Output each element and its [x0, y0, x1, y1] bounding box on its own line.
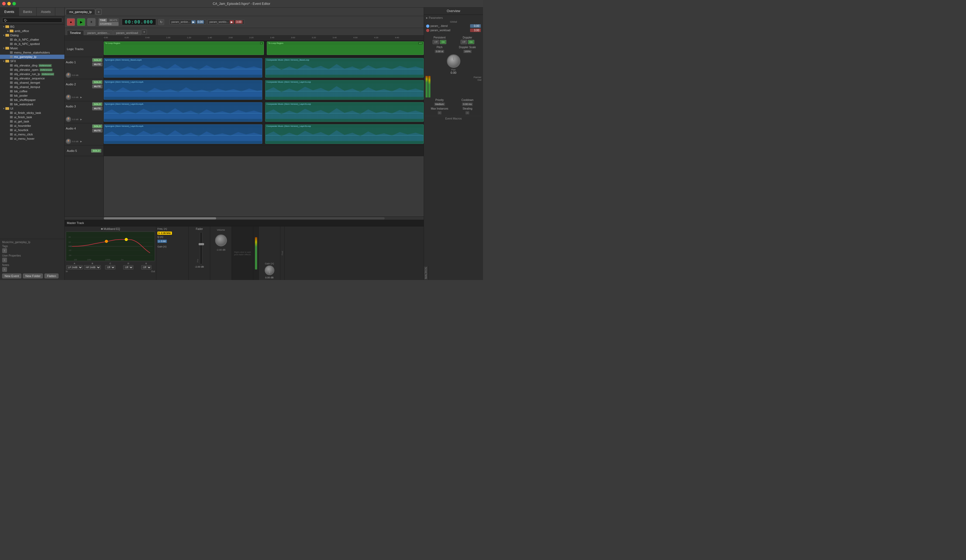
timeline-scrollbar[interactable]	[65, 216, 424, 220]
eq-band-e-select[interactable]: Off	[141, 265, 151, 270]
tree-item-ui-hourtick[interactable]: ▶ ui_hourtick	[0, 128, 64, 132]
tree-item-ui-finish-task[interactable]: ▶ ui_finish_task	[0, 115, 64, 119]
pitch-value[interactable]: 0.00 st	[435, 50, 444, 53]
clip-audio4-right[interactable]: Coorparate Music (Stem Version)_Layer3Lo…	[265, 124, 424, 144]
param-val-workload[interactable]: 3.00	[470, 29, 481, 32]
param-workload-control[interactable]: param_worklo... ▶ 3.00	[207, 20, 245, 25]
tree-arrow-ui[interactable]: ▼	[2, 107, 5, 110]
tl-tab-param-workload[interactable]: param_workload	[113, 30, 141, 35]
loop-button[interactable]: ↻	[158, 19, 164, 25]
mute-button-audio4[interactable]: MUTE	[92, 129, 102, 133]
fader-handle[interactable]	[199, 243, 204, 245]
cooldown-value[interactable]: 0.00 ms	[462, 103, 473, 106]
timeline-ruler[interactable]: 0:00 0:20 0:40 1:00 1:20 1:40 2:00 2:20 …	[104, 36, 424, 41]
persistent-on-btn[interactable]: On	[440, 40, 446, 44]
solo-button-audio4[interactable]: SOLO	[92, 124, 102, 128]
play-button[interactable]: ▶	[77, 18, 85, 26]
tree-item-music[interactable]: ▼ Music	[0, 46, 64, 50]
doppler-scale-value[interactable]: 100%	[463, 50, 472, 53]
tags-icon[interactable]: i	[2, 248, 7, 253]
tree-item-dx-npc-chatter[interactable]: ▶ dx_b_NPC_chatter	[0, 38, 64, 42]
tl-tab-timeline[interactable]: Timeline	[67, 30, 84, 35]
tree-item-tsk-poster[interactable]: ▶ tsk_poster	[0, 93, 64, 98]
new-folder-button[interactable]: New Folder	[23, 273, 43, 278]
tree-item-amb-office[interactable]: ▶ amb_office	[0, 29, 64, 33]
tree-item-ui-hourstrike[interactable]: ▶ ui_hourstrike	[0, 124, 64, 128]
tree-item-mx-gameplay[interactable]: ▶ mx_gameplay_lp	[0, 55, 64, 59]
clip-audio4-left[interactable]: Synergize (Stem Version)_Layer3LoopA	[104, 124, 262, 144]
expand-audio4[interactable]: ▶	[79, 140, 83, 143]
post-fader-area[interactable]: Right-click to add post-fader effects	[232, 226, 253, 280]
eq-band-d-select[interactable]: Off	[123, 265, 133, 270]
tree-arrow-bg[interactable]: ▼	[2, 25, 5, 28]
eq-band-c-select[interactable]: Off	[105, 265, 115, 270]
max-instances-value[interactable]: --	[438, 111, 442, 115]
priority-value[interactable]: Medium	[434, 103, 445, 106]
clip-audio2-left[interactable]: Synergize (Stem Version)_Layer1LoopA	[104, 80, 262, 100]
solo-button-audio1[interactable]: SOLO	[92, 58, 102, 62]
tree-item-obj-elevator-ding[interactable]: ▶ obj_elevator_ding #referenced	[0, 63, 64, 67]
clip-audio1-right[interactable]: Coorparate Music (Stem Version)_BaseLoop	[265, 58, 424, 77]
volume-main-knob[interactable]	[215, 234, 227, 246]
tree-item-tsk-coffee[interactable]: ▶ tsk_coffee	[0, 89, 64, 93]
freq-value-display[interactable]: ▷ 2.35 kHz	[158, 231, 187, 234]
tree-item-tsk-shufflepaper[interactable]: ▶ tsk_shufflepaper	[0, 98, 64, 102]
tree-item-obj-elevator-open[interactable]: ▶ obj_elevator_open #referenced	[0, 67, 64, 72]
mute-button-audio1[interactable]: MUTE	[92, 62, 102, 66]
eq-band-a-select[interactable]: LP 24dB	[66, 265, 83, 270]
clip-audio1-left[interactable]: Synergize (Stem Version)_BaseLoopA	[104, 58, 262, 77]
tree-arrow-dialog[interactable]: ▼	[2, 34, 5, 37]
doppler-off-btn[interactable]: Off	[461, 40, 467, 44]
gain-knob[interactable]	[264, 265, 274, 275]
clip-audio2-right[interactable]: Coorparate Music (Stem Version)_Layer1Lo…	[265, 80, 424, 100]
tree-item-menu-theme[interactable]: ▶ menu_theme_stakeholders	[0, 50, 64, 55]
tree-item-dialog[interactable]: ▼ Dialog	[0, 33, 64, 38]
q-value-display[interactable]: ▷ 0.66	[158, 239, 187, 242]
pause-button[interactable]: ⏸	[87, 18, 95, 26]
tree-item-tsk-waterplant[interactable]: ▶ tsk_waterplant	[0, 102, 64, 106]
maximize-button[interactable]	[12, 2, 16, 5]
persistent-off-btn[interactable]: Off	[433, 40, 439, 44]
tab-banks[interactable]: Banks	[19, 8, 37, 16]
new-event-button[interactable]: New Event	[2, 273, 21, 278]
tree-item-dx-npc-spotted[interactable]: ▶ dx_b_NPC_spotted	[0, 42, 64, 46]
add-event-tab-button[interactable]: +	[96, 9, 102, 15]
tree-item-ui-menu-hover[interactable]: ▶ ui_menu_hover	[0, 136, 64, 141]
tree-item-bg[interactable]: ▼ BG	[0, 25, 64, 29]
tree-item-ui[interactable]: ▼ UI	[0, 106, 64, 111]
search-input[interactable]	[2, 18, 62, 23]
minimize-button[interactable]	[7, 2, 11, 5]
tab-events[interactable]: Events	[0, 8, 19, 16]
event-tab-mx-gameplay[interactable]: mx_gameplay_lp	[66, 9, 95, 15]
loop-region-1[interactable]: To Loop Region 1	[104, 41, 264, 55]
param-ambience-control[interactable]: param_ambie... ▶ 0.00	[169, 20, 206, 25]
solo-button-audio3[interactable]: SOLO	[92, 102, 102, 106]
mute-button-audio3[interactable]: MUTE	[92, 106, 102, 110]
param-val-blend[interactable]: 0.00	[470, 24, 481, 28]
tree-arrow-music[interactable]: ▼	[2, 47, 5, 50]
track-content-grid[interactable]: J =90 4/4 J =110 4/4 To Loop Region 1	[104, 41, 424, 216]
tree-item-obj-shared-get[interactable]: ▶ obj_shared_itemget	[0, 80, 64, 85]
tree-item-ui-get-task[interactable]: ▶ ui_get_task	[0, 119, 64, 124]
mute-button-audio2[interactable]: MUTE	[92, 85, 102, 88]
tree-item-obj-shared-put[interactable]: ▶ obj_shared_itemput	[0, 85, 64, 89]
flatten-button[interactable]: Flatten	[44, 273, 59, 278]
tree-item-ui-menu-click[interactable]: ▶ ui_menu_click	[0, 132, 64, 136]
clip-audio3-left[interactable]: Synergize (Stem Version)_Layer2LoopA	[104, 102, 262, 122]
tree-item-sfx[interactable]: ▼ SFX	[0, 59, 64, 63]
fader-track[interactable]	[200, 232, 202, 264]
tl-tab-param-ambience[interactable]: param_ambien...	[84, 30, 113, 35]
loop-region-2[interactable]: To Loop Region 1/2	[267, 41, 424, 55]
tree-arrow-sfx[interactable]: ▼	[2, 59, 5, 63]
volume-knob-audio1[interactable]	[66, 72, 71, 78]
tree-item-ui-finish-sticky[interactable]: ▶ ui_finish_sticky_task	[0, 111, 64, 115]
eq-band-b-select[interactable]: HP 24dB	[84, 265, 101, 270]
tree-item-obj-elevator-run[interactable]: ▶ obj_elevator_run_lp #referenced	[0, 72, 64, 76]
scroll-thumb[interactable]	[104, 217, 216, 219]
record-button[interactable]: ●	[67, 18, 75, 26]
user-props-icon[interactable]: i	[2, 258, 7, 262]
tab-assets[interactable]: Assets	[37, 8, 55, 16]
close-button[interactable]	[2, 2, 6, 5]
expand-audio3[interactable]: ▶	[79, 118, 83, 121]
eq-control-point-2[interactable]	[125, 238, 128, 241]
